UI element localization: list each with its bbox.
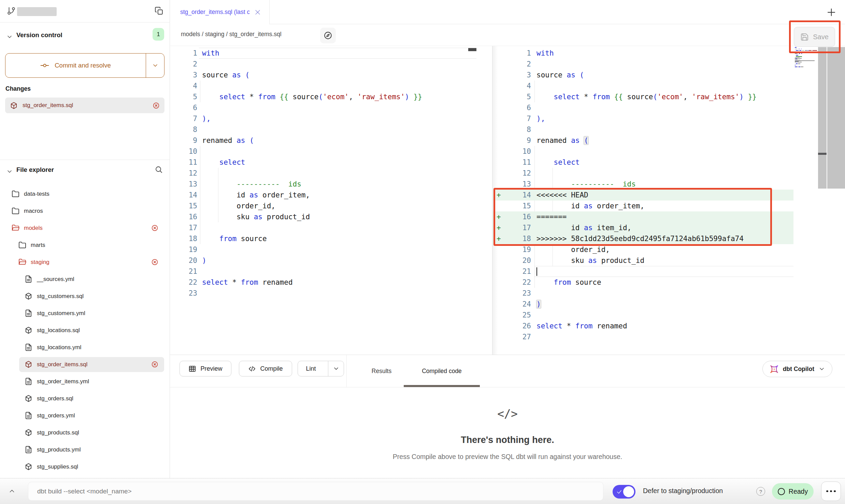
git-branch-icon[interactable] [7, 6, 16, 15]
editor-pane-left[interactable]: 1with23source as (45 select * from {{ so… [170, 46, 491, 355]
file-tree-item-stg-order-items-sql[interactable]: stg_order_items.sql [0, 356, 170, 373]
file-tree-item-stg-orders-yml[interactable]: stg_orders.yml [0, 407, 170, 424]
code-line[interactable]: 11 select [170, 157, 491, 168]
save-button[interactable]: Save [794, 27, 835, 47]
dbt-command-input[interactable] [28, 482, 603, 501]
code-line[interactable]: 7), [492, 113, 793, 124]
file-tree-item-stg-products-sql[interactable]: stg_products.sql [0, 424, 170, 441]
file-tree-item-data-tests[interactable]: data-tests [0, 186, 170, 203]
tab-results[interactable]: Results [366, 355, 397, 387]
code-line[interactable]: 4 [492, 80, 793, 91]
code-line[interactable]: 15 order_id, [170, 201, 491, 211]
file-tree-item-stg-order-items-yml[interactable]: stg_order_items.yml [0, 373, 170, 390]
code-line[interactable]: 16 sku as product_id [170, 211, 491, 222]
minimap[interactable] [795, 47, 817, 68]
code-line[interactable]: 9renamed as ( [492, 135, 793, 146]
code-line[interactable]: 6 [492, 102, 793, 113]
code-line[interactable]: 10 [170, 146, 491, 157]
new-tab-button[interactable] [823, 4, 840, 20]
file-tree-item--sources-yml[interactable]: __sources.yml [0, 271, 170, 288]
lineage-compass-button[interactable] [320, 28, 336, 43]
code-line[interactable]: 2 [170, 59, 491, 70]
code-line[interactable]: 11 select [492, 157, 793, 168]
tab-stg-order-items[interactable]: stg_order_items.sql (last c... [170, 0, 270, 24]
window-scrollbar[interactable] [827, 47, 845, 189]
code-line[interactable]: 3source as ( [492, 70, 793, 80]
file-tree-item-stg-supplies-sql[interactable]: stg_supplies.sql [0, 458, 170, 475]
file-tree-item-macros[interactable]: macros [0, 203, 170, 220]
code-line[interactable]: 27 [492, 331, 793, 342]
code-line[interactable]: 22 from source [492, 277, 793, 288]
code-line[interactable]: +14<<<<<<< HEAD [492, 190, 793, 201]
code-line[interactable]: 21 [492, 266, 793, 277]
code-line[interactable]: 13 ---------- ids [492, 179, 793, 190]
code-line[interactable]: 7), [170, 113, 491, 124]
code-line[interactable]: 14 id as order_item, [170, 190, 491, 201]
copy-icon[interactable] [155, 6, 163, 15]
file-tree-item-stg-locations-sql[interactable]: stg_locations.sql [0, 322, 170, 339]
code-line[interactable]: 17 [170, 222, 491, 233]
help-icon[interactable]: ? [756, 487, 765, 496]
code-line[interactable]: +16======= [492, 211, 793, 222]
version-control-section-header[interactable]: Version control 1 [0, 29, 170, 43]
chevron-up-icon[interactable] [8, 487, 16, 495]
lint-button[interactable]: Lint [298, 361, 344, 376]
file-tree-item-staging[interactable]: staging [0, 254, 170, 271]
code-line[interactable]: 19 order_id, [492, 244, 793, 255]
code-line[interactable]: 15 id as order_item, [492, 201, 793, 211]
discard-circle-x-icon[interactable] [153, 102, 160, 109]
conflict-circle-x-icon[interactable] [151, 258, 158, 266]
code-line[interactable]: 12 [170, 168, 491, 179]
search-icon[interactable] [155, 165, 163, 174]
dbt-copilot-button[interactable]: dbt Copilot [762, 361, 832, 377]
code-line[interactable]: 10 [492, 146, 793, 157]
code-line[interactable]: 12 [492, 168, 793, 179]
file-tree-item-stg-customers-yml[interactable]: stg_customers.yml [0, 305, 170, 322]
code-line[interactable]: 24) [492, 299, 793, 310]
conflict-circle-x-icon[interactable] [151, 224, 158, 232]
file-tree-item-stg-locations-yml[interactable]: stg_locations.yml [0, 339, 170, 356]
file-tree-item-stg-customers-sql[interactable]: stg_customers.sql [0, 288, 170, 305]
code-line[interactable]: 4 [170, 80, 491, 91]
changed-file-row[interactable]: stg_order_items.sql [5, 98, 164, 113]
file-tree-item-models[interactable]: models [0, 220, 170, 237]
code-line[interactable]: 1with [170, 48, 491, 59]
lint-options-dropdown[interactable] [328, 361, 344, 376]
chevron-down-icon[interactable] [6, 33, 13, 40]
code-line[interactable]: 23 [492, 288, 793, 299]
code-line[interactable]: 6 [170, 102, 491, 113]
code-line[interactable]: +17 id as item_id, [492, 222, 793, 233]
conflict-circle-x-icon[interactable] [151, 361, 158, 368]
editor-scrollbar[interactable] [818, 47, 827, 189]
preview-button[interactable]: Preview [180, 361, 231, 376]
code-line[interactable]: 1with [492, 48, 793, 59]
editor-pane-right[interactable]: 1with23source as (45 select * from {{ so… [492, 46, 845, 355]
code-line[interactable]: 13 ---------- ids [170, 179, 491, 190]
file-tree-item-marts[interactable]: marts [0, 237, 170, 254]
code-line[interactable]: 8 [170, 124, 491, 135]
tab-compiled-code[interactable]: Compiled code [404, 355, 480, 387]
compile-button[interactable]: Compile [239, 361, 292, 376]
code-line[interactable]: 5 select * from {{ source('ecom', 'raw_i… [492, 91, 793, 102]
code-line[interactable]: +18>>>>>>> 58c1dd23d5eebd9cd2495fa7124ab… [492, 233, 793, 244]
commit-and-resolve-button[interactable]: Commit and resolve [5, 53, 164, 78]
code-line[interactable]: 9renamed as ( [170, 135, 491, 146]
code-line[interactable]: 25 [492, 310, 793, 321]
code-line[interactable]: 8 [492, 124, 793, 135]
code-line[interactable]: 18 from source [170, 233, 491, 244]
file-explorer-section-header[interactable]: File explorer [0, 160, 170, 181]
file-tree-item-stg-products-yml[interactable]: stg_products.yml [0, 441, 170, 458]
scrollbar-thumb[interactable] [468, 48, 476, 51]
code-line[interactable]: 21 [170, 266, 491, 277]
defer-toggle[interactable] [613, 485, 635, 499]
file-tree-item-stg-orders-sql[interactable]: stg_orders.sql [0, 390, 170, 407]
code-line[interactable]: 20) [170, 255, 491, 266]
code-line[interactable]: 22select * from renamed [170, 277, 491, 288]
more-options-button[interactable] [821, 481, 841, 501]
code-line[interactable]: 2 [492, 59, 793, 70]
code-line[interactable]: 20 sku as product_id [492, 255, 793, 266]
code-line[interactable]: 23 [170, 288, 491, 299]
code-line[interactable]: 5 select * from {{ source('ecom', 'raw_i… [170, 91, 491, 102]
commit-options-dropdown[interactable] [146, 54, 164, 77]
code-line[interactable]: 19 [170, 244, 491, 255]
